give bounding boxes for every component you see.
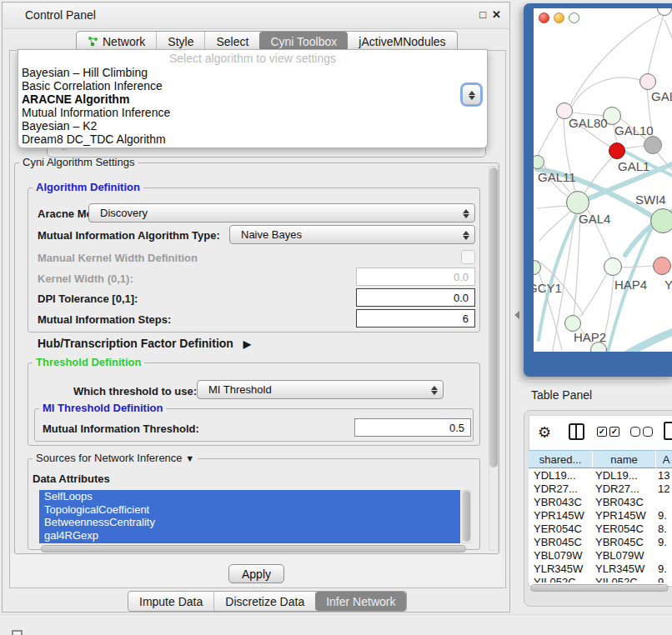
list-item-betweennesscentrality[interactable]: BetweennessCentrality	[39, 516, 460, 529]
select-all-icon2[interactable]: ✓	[609, 427, 619, 437]
popup-placeholder: Select algorithm to view settings	[18, 52, 487, 65]
table-row[interactable]: YPR145WYPR145W9.	[529, 509, 672, 522]
menu-item-dream8[interactable]: Dream8 DC_TDC Algorithm	[21, 132, 484, 146]
column-header-name[interactable]: name	[593, 450, 656, 468]
tab-infer-network[interactable]: Infer Network	[315, 592, 406, 611]
node-label-gal10: GAL10	[614, 123, 654, 138]
list-item-selfloops[interactable]: SelfLoops	[39, 490, 460, 503]
table-row[interactable]: YIL052CYIL052C9.	[529, 576, 672, 582]
cyni-algorithm-settings-title: Cyni Algorithm Settings	[19, 157, 138, 168]
tab-discretize-data[interactable]: Discretize Data	[213, 592, 315, 611]
network-node-gray[interactable]	[644, 136, 662, 154]
node-label-gal80: GAL80	[569, 116, 608, 130]
page-icon[interactable]	[664, 422, 672, 440]
node-label: GAL	[651, 89, 672, 103]
column-header-clipped[interactable]: A	[656, 450, 672, 468]
menu-item-aracne[interactable]: ARACNE Algorithm	[21, 92, 484, 106]
split-columns-icon[interactable]	[569, 423, 584, 440]
mi-algorithm-type-select[interactable]: Naive Bayes	[229, 225, 475, 244]
menu-item-bayesian-hill-climbing[interactable]: Bayesian – Hill Climbing	[21, 66, 484, 79]
threshold-definition-title: Threshold Definition	[33, 357, 144, 368]
mi-steps-label: Mutual Information Steps:	[38, 313, 171, 326]
node-label-swi4: SWI4	[635, 192, 666, 207]
which-threshold-select[interactable]: MI Threshold	[197, 380, 444, 399]
disclosure-down-icon: ▼	[185, 453, 194, 463]
network-node-swi4[interactable]	[650, 208, 672, 233]
menu-item-basic-correlation[interactable]: Basic Correlation Inference	[21, 79, 484, 92]
dpi-tolerance-label: DPI Tolerance [0,1]:	[38, 292, 138, 305]
table-panel-title: Table Panel	[531, 388, 592, 402]
table-row[interactable]: YDL19...YDL19...13	[529, 469, 672, 482]
mi-steps-field[interactable]: 6	[356, 309, 475, 328]
network-node-gal4[interactable]	[566, 191, 589, 214]
table-row[interactable]: YER054CYER054C8.	[529, 522, 672, 536]
zoom-traffic-light[interactable]	[569, 12, 579, 23]
network-node-hap4[interactable]	[604, 258, 622, 276]
desktop: Control Panel □ ✕ Network Style Select C…	[0, 0, 672, 635]
aracne-mode-select[interactable]: Discovery	[88, 203, 475, 222]
dpi-tolerance-field[interactable]: 0.0	[356, 288, 475, 307]
kernel-width-label: Kernel Width (0,1):	[38, 272, 133, 285]
minimized-panel-icon[interactable]	[12, 630, 23, 635]
table-row[interactable]: YLR345WYLR345W9.	[529, 562, 672, 576]
which-threshold-label: Which threshold to use:	[73, 385, 197, 398]
settings-scrollbar-thumb[interactable]	[489, 168, 498, 468]
menu-item-mutual-information[interactable]: Mutual Information Inference	[21, 106, 484, 119]
select-all-icon[interactable]: ✓	[597, 427, 607, 437]
float-window-icon[interactable]: □	[479, 8, 486, 21]
attributes-scrollbar-thumb[interactable]	[463, 491, 470, 542]
node-label-gal11: GAL11	[538, 170, 576, 184]
network-node-hap2[interactable]	[564, 315, 581, 332]
menu-item-bayesian-k2[interactable]: Bayesian – K2	[21, 119, 484, 132]
list-item-gal4rgexp[interactable]: gal4RGexp	[39, 529, 460, 542]
tab-jactivemnodules[interactable]: jActiveMNodules	[348, 32, 456, 51]
bottom-divider	[0, 614, 672, 615]
close-traffic-light[interactable]	[539, 12, 549, 23]
table-row[interactable]: YBL079WYBL079W	[529, 549, 672, 562]
list-item-topologicalcoefficient[interactable]: TopologicalCoefficient	[39, 503, 460, 517]
tab-cyni-toolbox[interactable]: Cyni Toolbox	[259, 32, 348, 51]
table-row[interactable]: YDR27...YDR27...12	[529, 482, 672, 496]
settings-hscrollbar-thumb[interactable]	[41, 545, 466, 552]
node-label-hap4: HAP4	[614, 278, 647, 292]
network-canvas[interactable]: GAL GAL80 GAL10 GAL1 GAL11 GAL4 SWI4 GCY…	[534, 8, 672, 352]
splitter-handle-icon[interactable]	[510, 311, 519, 319]
algorithm-dropdown-popup: Select algorithm to view settings Bayesi…	[18, 49, 488, 148]
tab-select[interactable]: Select	[204, 32, 259, 51]
manual-kernel-checkbox	[461, 250, 475, 264]
table-row[interactable]: YBR045CYBR045C9.	[529, 536, 672, 549]
close-window-icon[interactable]: ✕	[492, 8, 501, 21]
table-panel-divider	[517, 380, 672, 381]
node-label-gal1: GAL1	[618, 159, 649, 173]
gear-icon[interactable]: ⚙	[538, 423, 551, 442]
column-header-shared-name[interactable]: shared...	[529, 450, 593, 468]
kernel-width-field: 0.0	[356, 268, 475, 286]
data-attributes-label: Data Attributes	[33, 472, 110, 485]
data-attributes-list: SelfLoops TopologicalCoefficient Between…	[39, 490, 460, 543]
split-columns-divider	[575, 425, 577, 438]
mi-threshold-field[interactable]: 0.5	[354, 418, 471, 437]
minimize-traffic-light[interactable]	[554, 12, 564, 23]
network-node-selected-red[interactable]	[609, 142, 625, 159]
node-label-gal4: GAL4	[579, 212, 610, 226]
tab-style[interactable]: Style	[156, 32, 204, 51]
tab-network[interactable]: Network	[77, 32, 156, 51]
window-title: Control Panel	[25, 8, 96, 22]
table-body: YDL19...YDL19...13 YDR27...YDR27...12 YB…	[529, 469, 672, 582]
mi-threshold-label: Mutual Information Threshold:	[43, 422, 199, 435]
table-hscrollbar-thumb[interactable]	[530, 584, 669, 592]
hub-definition-disclosure[interactable]: Hub/Transcription Factor Definition ▶	[38, 337, 251, 350]
network-tab-icon	[88, 36, 98, 47]
network-node[interactable]	[639, 73, 656, 90]
deselect-all-icon2[interactable]	[643, 427, 653, 437]
table-row[interactable]: YBR043CYBR043C	[529, 496, 672, 509]
node-label-gcy1: GCY1	[534, 281, 562, 295]
network-node-pink[interactable]	[653, 257, 671, 275]
tab-impute-data[interactable]: Impute Data	[128, 592, 213, 611]
bottom-tabbar: Impute Data Discretize Data Infer Networ…	[128, 591, 407, 612]
deselect-all-icon[interactable]	[630, 427, 640, 437]
sources-disclosure[interactable]: Sources for Network Inference ▼	[33, 452, 198, 464]
disclosure-right-icon: ▶	[243, 338, 251, 350]
focused-combo-button[interactable]	[463, 85, 480, 104]
apply-button[interactable]: Apply	[228, 564, 284, 583]
